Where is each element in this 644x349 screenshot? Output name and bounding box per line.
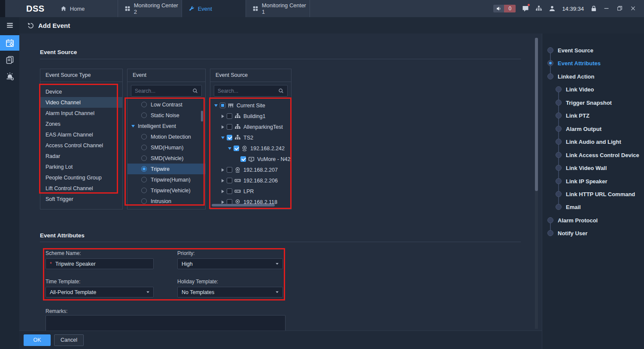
nav-event-config[interactable]	[0, 35, 19, 51]
event-option-tripwire-vehicle[interactable]: Tripwire(Vehicle)	[128, 185, 205, 196]
tree-node-allenparkingtest[interactable]: AllenparkingTest	[210, 121, 291, 132]
radio-tripwire[interactable]	[141, 166, 147, 172]
step-trigger-snapshot[interactable]: Trigger Snapshot	[556, 98, 612, 107]
radio-tripwire-human[interactable]	[141, 177, 147, 182]
step-link-ptz[interactable]: Link PTZ	[556, 111, 589, 120]
radio-low-contrast[interactable]	[141, 102, 147, 107]
checkbox-ts2[interactable]	[227, 135, 232, 140]
step-alarm-output[interactable]: Alarm Output	[556, 124, 601, 133]
tree-node-192-168-2-207[interactable]: 192.168.2.207	[210, 164, 291, 175]
tree-node-vumore-n42[interactable]: VuMore - N42	[210, 154, 291, 164]
event-option-intrusion[interactable]: Intrusion	[128, 196, 205, 206]
tree-node-building1[interactable]: Building1	[210, 111, 291, 121]
scheme-name-input[interactable]: * Tripwire Speaker	[46, 258, 154, 269]
tab-event[interactable]: Event	[182, 0, 246, 17]
restore-button[interactable]	[617, 5, 624, 12]
event-option-low-contrast[interactable]: Low Contrast	[128, 99, 205, 110]
time-template-select[interactable]: All-Period Template	[46, 287, 154, 297]
menu-icon[interactable]	[0, 17, 19, 33]
step-email[interactable]: Email	[556, 203, 581, 211]
step-alarm-protocol[interactable]: Alarm Protocol	[547, 216, 598, 225]
search-placeholder: Search...	[135, 88, 192, 94]
step-event-source[interactable]: Event Source	[547, 46, 593, 55]
event-option-static-noise[interactable]: Static Noise	[128, 110, 205, 121]
radio-smd-human[interactable]	[141, 145, 147, 150]
checkbox-lpr[interactable]	[227, 188, 232, 194]
step-link-audio-and-light[interactable]: Link Audio and Light	[556, 137, 621, 146]
checkbox-allenparkingtest[interactable]	[227, 124, 232, 130]
speaker-icon[interactable]	[493, 5, 504, 12]
ok-button[interactable]: OK	[24, 334, 51, 346]
step-link-http-url-command[interactable]: Link HTTP URL Command	[556, 190, 635, 198]
source-type-video-channel[interactable]: Video Channel	[40, 97, 122, 108]
tree-node-192-168-2-242[interactable]: 192.168.2.242	[210, 143, 291, 154]
source-type-lift-control-channel[interactable]: Lift Control Channel	[40, 183, 122, 194]
step-label: Link Video	[566, 86, 594, 93]
priority-select[interactable]: High	[177, 258, 283, 269]
message-icon[interactable]	[522, 5, 529, 12]
event-option-label: Static Noise	[151, 112, 179, 118]
source-search-input[interactable]: Search...	[214, 85, 288, 97]
holiday-template-select[interactable]: No Templates	[177, 287, 283, 297]
back-icon[interactable]	[27, 22, 34, 29]
step-link-video[interactable]: Link Video	[556, 85, 594, 94]
tab-monitoring-center-1[interactable]: Monitoring Center 1	[246, 0, 310, 17]
tree-horizontal-scrollbar[interactable]	[212, 204, 275, 206]
tab-monitoring-center-2[interactable]: Monitoring Center 2	[118, 0, 182, 17]
step-event-attributes[interactable]: Event Attributes	[547, 59, 601, 67]
step-link-access-control-device[interactable]: Link Access Control Device	[556, 151, 639, 159]
event-option-tripwire-human[interactable]: Tripwire(Human)	[128, 174, 205, 185]
tree-node-ts2[interactable]: TS2	[210, 132, 291, 143]
step-link-ip-speaker[interactable]: Link IP Speaker	[556, 177, 608, 185]
event-option-tripwire[interactable]: Tripwire	[128, 164, 205, 174]
cancel-button[interactable]: Cancel	[54, 334, 84, 346]
radio-motion-detection[interactable]	[141, 134, 147, 140]
event-option-intelligent-event[interactable]: Intelligent Event	[128, 121, 205, 131]
step-link-video-wall[interactable]: Link Video Wall	[556, 164, 607, 172]
radio-static-noise[interactable]	[141, 112, 147, 118]
source-type-people-counting-group[interactable]: People Counting Group	[40, 172, 122, 183]
remarks-textarea[interactable]	[46, 315, 286, 331]
source-type-eas-alarm-channel[interactable]: EAS Alarm Channel	[40, 129, 122, 140]
event-option-smd-vehicle[interactable]: SMD(Vehicle)	[128, 153, 205, 164]
tree-node-192-168-2-206[interactable]: 192.168.2.206	[210, 175, 291, 186]
radio-smd-vehicle[interactable]	[141, 155, 147, 161]
source-type-soft-trigger[interactable]: Soft Trigger	[40, 194, 122, 204]
user-icon[interactable]	[549, 5, 556, 12]
source-type-device[interactable]: Device	[40, 86, 122, 97]
source-type-radar[interactable]: Radar	[40, 151, 122, 161]
source-type-access-control-channel[interactable]: Access Control Channel	[40, 140, 122, 151]
checkbox-192-168-2-206[interactable]	[227, 178, 232, 183]
close-button[interactable]	[630, 5, 637, 12]
main-scrollbar-thumb[interactable]	[535, 38, 538, 191]
tree-node-lpr[interactable]: LPR	[210, 186, 291, 197]
radio-tripwire-vehicle[interactable]	[141, 188, 147, 193]
alarm-sound-control[interactable]: 0	[493, 5, 516, 12]
nav-records[interactable]	[0, 52, 19, 67]
checkbox-current-site[interactable]	[220, 103, 225, 108]
lock-icon[interactable]	[590, 5, 597, 12]
event-list-scrollbar[interactable]	[201, 111, 203, 121]
radio-intrusion[interactable]	[141, 198, 147, 204]
checkbox-vumore-n42[interactable]	[240, 156, 246, 162]
checkbox-building1[interactable]	[227, 113, 232, 119]
dss-logo: DSS	[0, 3, 54, 14]
event-search-input[interactable]: Search...	[131, 85, 202, 97]
sitemap-icon[interactable]	[535, 5, 542, 12]
step-label: Link PTZ	[566, 112, 589, 119]
tab-home[interactable]: Home	[54, 0, 118, 17]
main-scrollbar[interactable]	[535, 38, 538, 329]
source-type-alarm-input-channel[interactable]: Alarm Input Channel	[40, 108, 122, 118]
tree-node-current-site[interactable]: Current Site	[210, 100, 291, 111]
event-option-motion-detection[interactable]: Motion Detection	[128, 131, 205, 142]
event-option-smd-human[interactable]: SMD(Human)	[128, 142, 205, 153]
home-icon	[61, 6, 67, 12]
step-linked-action[interactable]: Linked Action	[547, 72, 594, 81]
checkbox-192-168-2-207[interactable]	[227, 167, 232, 173]
nav-alarm-config[interactable]	[0, 69, 19, 84]
source-type-zones[interactable]: Zones	[40, 118, 122, 129]
source-type-parking-lot[interactable]: Parking Lot	[40, 161, 122, 172]
minimize-button[interactable]	[604, 5, 611, 12]
step-notify-user[interactable]: Notify User	[547, 229, 587, 237]
checkbox-192-168-2-242[interactable]	[234, 146, 239, 151]
